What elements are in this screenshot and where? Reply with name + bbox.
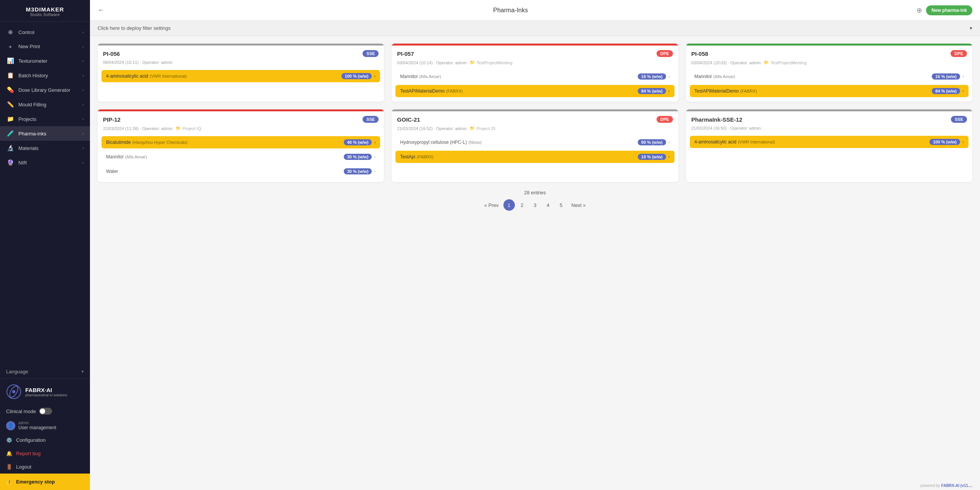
ingredient-name: Mannitol(Alfa Aesar) [106,154,147,160]
clinical-mode-toggle[interactable] [39,408,52,415]
ingredient-row[interactable]: 4-aminosalicylic acid(VWR International)… [690,136,969,148]
ingredient-row[interactable]: TestAPIMaterialDemo(FABRX) 84 % (w/w) › [395,85,674,97]
card-meta: 08/04/2024 (10:11) · Operator: admin [98,59,384,68]
meta-project: 📁Project IQ [176,126,201,131]
chevron-right-icon: › [962,139,964,145]
card-id: PI-058 [691,50,708,57]
logout-item[interactable]: 🚪 Logout [0,460,90,474]
ingredient-pct: 40 % (w/w) › [344,139,376,145]
card-date: 03/04/2024 (10:14) · Operator: admin [397,60,467,65]
page-number-button[interactable]: 2 [516,199,528,211]
content-area: PI-056 SSE 08/04/2024 (10:11) · Operator… [90,36,980,482]
chevron-right-icon: › [82,44,84,49]
plus-icon: + [6,43,15,50]
filter-bar[interactable]: Click here to deploy filter settings ▾ [90,21,980,36]
language-selector[interactable]: Language ▾ [0,365,90,378]
card-id: PI-057 [397,50,414,57]
sidebar-item-texturometer[interactable]: 📊 Texturometer › [0,54,90,68]
sidebar-item-pharma-inks[interactable]: 🧪 Pharma-inks › [0,126,90,141]
pharma-card[interactable]: PIP-12 SSE 22/03/2024 (11:38) · Operator… [98,109,384,182]
card-meta: 21/03/2024 (16:50) · Operator: admin [686,125,972,133]
sidebar-item-mould-filling[interactable]: ✏️ Mould Filling › [0,97,90,112]
pharma-card[interactable]: PI-056 SSE 08/04/2024 (10:11) · Operator… [98,44,384,102]
chevron-right-icon: › [374,169,376,174]
pct-badge: 30 % (w/w) [344,154,372,160]
pct-badge: 10 % (w/w) [638,154,666,160]
card-id: PI-056 [103,50,120,57]
card-meta: 22/03/2024 (11:38) · Operator: admin 📁Pr… [98,125,384,134]
page-number-button[interactable]: 1 [503,199,515,211]
ingredient-name: TestAPIMaterialDemo(FABRX) [694,88,757,94]
sidebar-item-projects[interactable]: 📁 Projects › [0,112,90,126]
sidebar-item-dose-library[interactable]: 💊 Dose Library Generator › [0,83,90,97]
pharma-card[interactable]: PI-058 DPE 03/04/2024 (10:03) · Operator… [686,44,972,102]
ingredient-row[interactable]: Bicalutimide(Hangzhou Hyper Chemicals) 4… [101,136,380,148]
card-header: PI-058 DPE [686,46,972,59]
card-date: 22/03/2024 (11:38) · Operator: admin [103,126,173,131]
nir-icon: 🔮 [6,159,15,166]
pharma-card[interactable]: GOIC-21 DPE 21/03/2024 (16:52) · Operato… [392,109,678,182]
user-info: admin User management [18,421,56,430]
sidebar-item-batch-history[interactable]: 📋 Batch History › [0,68,90,83]
back-button[interactable]: ← [98,6,105,14]
pct-badge: 30 % (w/w) [344,168,372,174]
fabrx-name: FABRX·AI [25,387,67,393]
page-number-button[interactable]: 4 [542,199,554,211]
page-number-button[interactable]: 5 [555,199,567,211]
chevron-right-icon: › [962,74,964,79]
ingredient-row[interactable]: Mannitol(Alfa Aesar) 16 % (w/w) › [395,70,674,83]
emergency-stop-button[interactable]: ⚠️ Emergency stop [0,474,90,490]
pct-badge: 100 % (w/w) [341,73,372,79]
sidebar-item-label: Mould Filling [18,102,82,107]
pharma-card[interactable]: PI-057 DPE 03/04/2024 (10:14) · Operator… [392,44,678,102]
ingredient-row[interactable]: TestAPIMaterialDemo(FABRX) 84 % (w/w) › [690,85,969,97]
ingredient-row[interactable]: TestApi(FABRX) 10 % (w/w) › [395,151,674,163]
page-number-button[interactable]: 3 [529,199,541,211]
ingredient-row[interactable]: Water 30 % (w/w) › [101,165,380,177]
filter-bar-text: Click here to deploy filter settings [98,25,171,31]
ingredient-name: Bicalutimide(Hangzhou Hyper Chemicals) [106,140,188,145]
card-meta: 03/04/2024 (10:03) · Operator: admin 📁Te… [686,59,972,68]
ingredient-pct: 90 % (w/w) › [638,139,670,145]
user-management-row[interactable]: 👤 admin User management [0,418,90,433]
sidebar-item-new-print[interactable]: + New Print › [0,39,90,54]
app-name: M3DIMAKER [26,6,64,13]
chevron-right-icon: › [82,88,84,92]
user-name: User management [18,425,56,430]
card-header: PIP-12 SSE [98,111,384,125]
sidebar-bottom: 👤 admin User management ⚙️ Configuration… [0,418,90,490]
sidebar-item-label: Projects [18,116,82,122]
configuration-item[interactable]: ⚙️ Configuration [0,433,90,447]
sidebar-item-label: Batch History [18,73,82,78]
card-date: 21/03/2024 (16:50) · Operator: admin [691,126,761,130]
sidebar-item-nir[interactable]: 🔮 NIR › [0,155,90,170]
ingredient-row[interactable]: Hydroxypropyl cellulose (HPC-L)(Nisso) 9… [395,136,674,148]
chevron-right-icon: › [374,73,376,79]
card-header: PI-057 DPE [392,46,678,59]
pharma-card[interactable]: PharmaInk-SSE-12 SSE 21/03/2024 (16:50) … [686,109,972,182]
meta-project: 📁TestProjectMeeting [470,60,513,65]
flask-icon: 🧪 [6,130,15,137]
ingredient-name: TestApi(FABRX) [400,154,433,160]
pct-badge: 16 % (w/w) [932,73,960,80]
ingredient-row[interactable]: Mannitol(Alfa Aesar) 30 % (w/w) › [101,151,380,163]
ingredient-row[interactable]: Mannitol(Alfa Aesar) 16 % (w/w) › [690,70,969,83]
crosshair-button[interactable]: ⊕ [916,6,922,15]
pct-badge: 90 % (w/w) [638,139,666,145]
sidebar-item-materials[interactable]: 🔬 Materials › [0,141,90,155]
ingredient-row[interactable]: 4-aminosalicylic acid(VWR International)… [101,70,380,82]
prev-page-button[interactable]: « Prev [481,199,502,211]
clipboard-icon: 📋 [6,72,15,79]
entries-count: 28 entries [98,190,972,195]
topbar-right: ⊕ New pharma-ink [916,5,972,15]
report-bug-item[interactable]: 🔔 Report bug [0,447,90,460]
pct-badge: 16 % (w/w) [638,73,666,80]
sidebar-logo: M3DIMAKER Studio Software [0,0,90,22]
next-page-button[interactable]: Next » [568,199,589,211]
topbar: ← Pharma-Inks ⊕ New pharma-ink [90,0,980,21]
card-id: PIP-12 [103,116,121,123]
sidebar-item-control[interactable]: ⊕ Control › [0,25,90,39]
card-ingredients: Mannitol(Alfa Aesar) 16 % (w/w) › TestAP… [686,68,972,102]
card-ingredients: Hydroxypropyl cellulose (HPC-L)(Nisso) 9… [392,134,678,168]
new-pharma-ink-button[interactable]: New pharma-ink [926,5,972,15]
